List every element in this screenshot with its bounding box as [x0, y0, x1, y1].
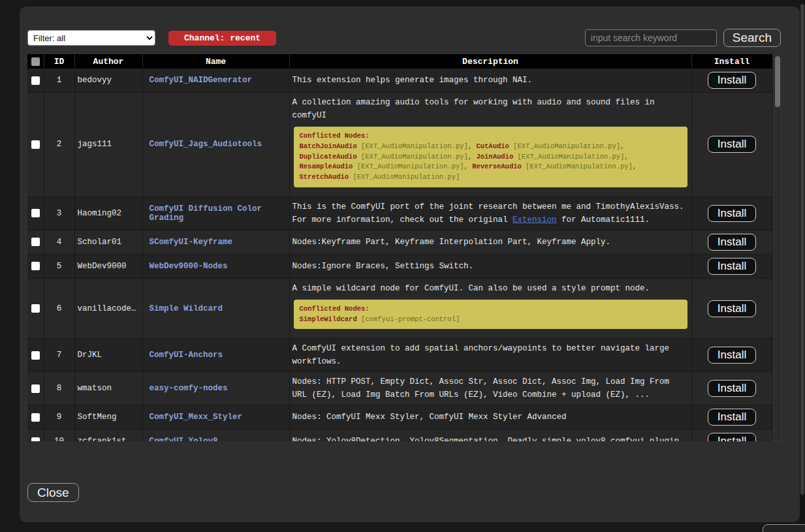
- row-id: 9: [44, 405, 74, 430]
- page-scrollbar[interactable]: [800, 0, 805, 532]
- extension-name-link[interactable]: ComfyUI-Anchors: [150, 351, 223, 360]
- row-description: A simple wildcard node for ComfyUI. Can …: [292, 282, 689, 295]
- close-button[interactable]: Close: [27, 483, 79, 502]
- install-button[interactable]: Install: [708, 234, 756, 251]
- extension-name-link[interactable]: Simple Wildcard: [150, 304, 223, 313]
- extension-name-link[interactable]: WebDev9000-Nodes: [150, 262, 228, 271]
- extension-name-link[interactable]: ComfyUI_NAIDGenerator: [150, 76, 253, 85]
- row-description: Nodes:Ignore Braces, Settings Switch.: [292, 260, 689, 273]
- extension-name-link[interactable]: ComfyUI_Mexx_Styler: [150, 413, 243, 422]
- row-description: Nodes: Yolov8Detection, Yolov8Segmentati…: [292, 435, 689, 441]
- table-scrollbar[interactable]: [774, 54, 781, 441]
- row-id: 4: [44, 230, 74, 254]
- search-button[interactable]: Search: [723, 29, 781, 47]
- conflict-node-source: [EXT_AudioManipulation.py]: [357, 142, 468, 150]
- install-button[interactable]: Install: [708, 205, 756, 222]
- channel-badge: Channel: recent: [168, 31, 276, 46]
- conflict-node-name: CutAudio: [476, 142, 509, 150]
- row-select-cell: [27, 430, 44, 441]
- row-id: 10: [44, 430, 74, 441]
- row-description: This is the ComfyUI port of the joint re…: [292, 200, 689, 227]
- row-checkbox[interactable]: [31, 413, 40, 422]
- conflict-node-name: SimpleWildcard: [300, 315, 357, 323]
- header-install: Install: [691, 54, 772, 69]
- extension-name-link[interactable]: SComfyUI-Keyframe: [150, 238, 233, 247]
- extension-name-link[interactable]: ComfyUI Diffusion Color Grading: [150, 204, 262, 223]
- conflicted-nodes-box: Conflicted Nodes:BatchJoinAudio [EXT_Aud…: [294, 127, 687, 187]
- row-author: bedovyy: [74, 69, 142, 93]
- custom-nodes-table: ID Author Name Description Install 1bedo…: [27, 54, 773, 441]
- row-author: vanillacode…: [74, 278, 142, 339]
- row-checkbox[interactable]: [31, 76, 40, 85]
- row-checkbox[interactable]: [31, 351, 40, 360]
- conflict-node-source: [comfyui-prompt-control]: [357, 315, 460, 323]
- row-name-cell: easy-comfy-nodes: [142, 372, 289, 405]
- row-checkbox[interactable]: [31, 304, 40, 313]
- extension-name-link[interactable]: ComfyUI_Jags_Audiotools: [150, 140, 262, 149]
- row-install-cell: Install: [691, 430, 772, 441]
- row-description-cell: Nodes:Ignore Braces, Settings Switch.: [289, 254, 691, 278]
- row-id: 8: [44, 372, 74, 405]
- row-description-cell: This is the ComfyUI port of the joint re…: [289, 196, 691, 230]
- row-select-cell: [27, 69, 44, 93]
- search-input[interactable]: [585, 29, 717, 46]
- conflicted-nodes-box: Conflicted Nodes:SimpleWildcard [comfyui…: [294, 300, 687, 330]
- row-id: 3: [44, 196, 74, 230]
- row-author: Scholar01: [74, 230, 142, 254]
- install-button[interactable]: Install: [708, 433, 756, 441]
- row-id: 6: [44, 278, 74, 339]
- conflict-node-source: [EXT_AudioManipulation.py]: [513, 153, 624, 161]
- row-author: zcfrank1st: [74, 430, 142, 441]
- row-checkbox[interactable]: [31, 384, 40, 393]
- table-row: 6vanillacode…Simple WildcardA simple wil…: [27, 278, 772, 339]
- row-name-cell: ComfyUI Yolov8: [142, 430, 289, 441]
- table-scrollbar-thumb[interactable]: [775, 56, 780, 107]
- install-button[interactable]: Install: [708, 347, 756, 364]
- table-row: 7DrJKLComfyUI-AnchorsA ComfyUI extension…: [27, 339, 772, 372]
- row-checkbox[interactable]: [31, 140, 40, 149]
- row-id: 1: [44, 69, 74, 93]
- row-description-cell: Nodes: Yolov8Detection, Yolov8Segmentati…: [289, 430, 691, 441]
- extension-name-link[interactable]: ComfyUI Yolov8: [150, 437, 218, 441]
- row-select-cell: [27, 93, 44, 197]
- conflict-node-name: JoinAudio: [476, 153, 513, 161]
- row-author: DrJKL: [74, 339, 142, 372]
- select-all-checkbox[interactable]: [31, 57, 40, 66]
- row-name-cell: ComfyUI Diffusion Color Grading: [142, 196, 289, 230]
- table-row: 10zcfrank1stComfyUI Yolov8Nodes: Yolov8D…: [27, 430, 772, 441]
- row-install-cell: Install: [691, 254, 772, 278]
- row-checkbox[interactable]: [31, 262, 40, 270]
- row-install-cell: Install: [691, 405, 772, 430]
- extension-name-link[interactable]: easy-comfy-nodes: [150, 384, 228, 393]
- row-description-cell: This extension helps generate images thr…: [289, 69, 691, 93]
- row-author: wmatson: [74, 372, 142, 405]
- row-description: Nodes: HTTP POST, Empty Dict, Assoc Str,…: [292, 375, 689, 401]
- install-button[interactable]: Install: [708, 72, 756, 89]
- description-link[interactable]: Extension: [513, 215, 557, 225]
- conflict-node-name: ReverseAudio: [472, 163, 522, 170]
- table-row: 2jags111ComfyUI_Jags_AudiotoolsA collect…: [27, 93, 772, 197]
- row-select-cell: [27, 278, 44, 339]
- row-id: 7: [44, 339, 74, 372]
- row-select-cell: [27, 372, 44, 405]
- row-checkbox[interactable]: [31, 209, 40, 217]
- row-description: A collection amazing audio tools for wor…: [292, 96, 689, 122]
- row-description-cell: Nodes:Keyframe Part, Keyframe Interpolat…: [289, 230, 691, 254]
- install-button[interactable]: Install: [708, 380, 756, 397]
- row-checkbox[interactable]: [31, 238, 40, 246]
- page-scrollbar-thumb[interactable]: [800, 4, 804, 495]
- row-description-cell: A simple wildcard node for ComfyUI. Can …: [289, 278, 691, 339]
- background-partial-button: [763, 524, 805, 532]
- row-name-cell: SComfyUI-Keyframe: [142, 230, 289, 254]
- conflict-node-name: DuplicateAudio: [300, 153, 357, 161]
- row-checkbox[interactable]: [31, 437, 40, 441]
- filter-select[interactable]: Filter: all: [27, 30, 155, 46]
- install-button[interactable]: Install: [708, 409, 756, 426]
- install-button[interactable]: Install: [708, 136, 756, 153]
- install-button[interactable]: Install: [708, 300, 756, 317]
- install-button[interactable]: Install: [708, 258, 756, 275]
- header-name: Name: [142, 54, 289, 69]
- table-row: 1bedovyyComfyUI_NAIDGeneratorThis extens…: [27, 69, 772, 93]
- row-install-cell: Install: [691, 230, 772, 254]
- header-id: ID: [44, 54, 74, 69]
